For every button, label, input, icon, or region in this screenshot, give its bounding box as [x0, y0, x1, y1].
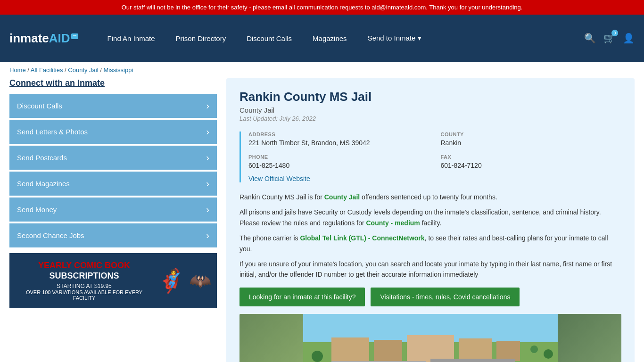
phone-label: PHONE	[248, 154, 429, 160]
sidebar-btn-send-letters[interactable]: Send Letters & Photos ›	[9, 120, 217, 144]
ad-title-line2: SUBSCRIPTIONS	[15, 271, 153, 281]
description-4: If you are unsure of your inmate's locat…	[239, 259, 621, 280]
nav-prison-directory[interactable]: Prison Directory	[165, 34, 237, 42]
svg-point-9	[312, 351, 323, 362]
facility-image	[239, 314, 621, 362]
svg-point-11	[530, 346, 538, 353]
official-website-link[interactable]: View Official Website	[248, 175, 310, 182]
chevron-right-icon: ›	[206, 204, 209, 215]
chevron-right-icon: ›	[206, 178, 209, 189]
svg-rect-2	[331, 337, 369, 361]
description-2: All prisons and jails have Security or C…	[239, 207, 621, 228]
county-medium-link[interactable]: County - medium	[366, 219, 420, 227]
logo-brand: inmateAID™	[9, 31, 78, 46]
cart-button[interactable]: 🛒 0	[603, 33, 615, 44]
facility-aerial-view	[239, 314, 621, 362]
alert-text: Our staff will not be in the office for …	[122, 4, 523, 11]
description-3: The phone carrier is Global Tel Link (GT…	[239, 233, 621, 254]
address-value: 221 North Timber St, Brandon, MS 39042	[248, 139, 429, 147]
sidebar-btn-send-postcards[interactable]: Send Postcards ›	[9, 146, 217, 170]
sidebar-btn-discount-calls[interactable]: Discount Calls ›	[9, 94, 217, 118]
fax-value: 601-824-7120	[441, 162, 622, 169]
sidebar-btn-send-magazines[interactable]: Send Magazines ›	[9, 172, 217, 196]
svg-rect-4	[407, 335, 454, 362]
chevron-right-icon: ›	[206, 230, 209, 241]
header: inmateAID™ Find An Inmate Prison Directo…	[0, 15, 644, 62]
search-button[interactable]: 🔍	[584, 33, 596, 44]
nav-discount-calls[interactable]: Discount Calls	[236, 34, 302, 42]
chevron-right-icon: ›	[206, 100, 209, 111]
county-jail-link[interactable]: County Jail	[324, 193, 360, 201]
sidebar-btn-send-money[interactable]: Send Money ›	[9, 197, 217, 222]
find-inmate-button[interactable]: Looking for an inmate at this facility?	[239, 288, 365, 306]
action-buttons: Looking for an inmate at this facility? …	[239, 288, 621, 306]
county-value: Rankin	[441, 139, 622, 147]
nav-magazines[interactable]: Magazines	[302, 34, 357, 42]
superman-icon: 🦸	[157, 270, 185, 292]
sidebar-btn-second-chance-jobs[interactable]: Second Chance Jobs ›	[9, 223, 217, 247]
chevron-right-icon: ›	[206, 152, 209, 163]
svg-rect-8	[430, 359, 515, 362]
visitations-button[interactable]: Visitations - times, rules, Covid cancel…	[371, 288, 520, 306]
facility-content: Rankin County MS Jail County Jail Last U…	[226, 78, 635, 362]
facility-name: Rankin County MS Jail	[239, 90, 621, 104]
main-layout: Connect with an Inmate Discount Calls › …	[0, 78, 644, 362]
sidebar-title: Connect with an Inmate	[9, 78, 217, 88]
facility-info-section: ADDRESS 221 North Timber St, Brandon, MS…	[239, 132, 621, 182]
phone-block: PHONE 601-825-1480	[248, 154, 429, 169]
svg-rect-3	[374, 340, 402, 361]
breadcrumb-all-facilities[interactable]: All Facilities	[31, 66, 63, 74]
ad-title-line1: YEARLY COMIC BOOK	[15, 261, 153, 271]
breadcrumb: Home / All Facilities / County Jail / Mi…	[0, 62, 644, 78]
logo[interactable]: inmateAID™	[9, 31, 78, 46]
nav-icons: 🔍 🛒 0 👤	[584, 33, 635, 44]
user-button[interactable]: 👤	[623, 33, 635, 44]
fax-label: FAX	[441, 154, 622, 160]
phone-value: 601-825-1480	[248, 162, 429, 169]
cart-badge: 0	[611, 30, 618, 36]
svg-rect-6	[496, 341, 520, 361]
svg-point-10	[544, 349, 553, 359]
breadcrumb-county-jail[interactable]: County Jail	[68, 66, 98, 74]
address-block: ADDRESS 221 North Timber St, Brandon, MS…	[248, 132, 429, 147]
address-label: ADDRESS	[248, 132, 429, 137]
nav-send-to-inmate[interactable]: Send to Inmate ▾	[357, 34, 432, 42]
ad-note: OVER 100 VARIATIONS AVAILABLE FOR EVERY …	[15, 289, 153, 301]
nav-find-inmate[interactable]: Find An Inmate	[97, 34, 165, 42]
county-label: COUNTY	[441, 132, 622, 137]
alert-banner: Our staff will not be in the office for …	[0, 0, 644, 15]
breadcrumb-home[interactable]: Home	[9, 66, 26, 74]
sidebar: Connect with an Inmate Discount Calls › …	[9, 78, 217, 362]
batman-icon: 🦇	[189, 272, 211, 290]
svg-rect-5	[459, 338, 492, 361]
last-updated: Last Updated: July 26, 2022	[239, 115, 621, 122]
info-grid: ADDRESS 221 North Timber St, Brandon, MS…	[248, 132, 621, 169]
chevron-right-icon: ›	[206, 126, 209, 137]
gtl-link[interactable]: Global Tel Link (GTL) - ConnectNetwork	[300, 234, 424, 242]
breadcrumb-mississippi[interactable]: Mississippi	[103, 66, 133, 74]
ad-price: STARTING AT $19.95	[15, 283, 153, 289]
sidebar-ad[interactable]: YEARLY COMIC BOOK SUBSCRIPTIONS STARTING…	[9, 253, 217, 308]
main-nav: Find An Inmate Prison Directory Discount…	[97, 34, 584, 42]
county-block: COUNTY Rankin	[441, 132, 622, 147]
description-1: Rankin County MS Jail is for County Jail…	[239, 192, 621, 202]
fax-block: FAX 601-824-7120	[441, 154, 622, 169]
facility-type: County Jail	[239, 106, 621, 114]
